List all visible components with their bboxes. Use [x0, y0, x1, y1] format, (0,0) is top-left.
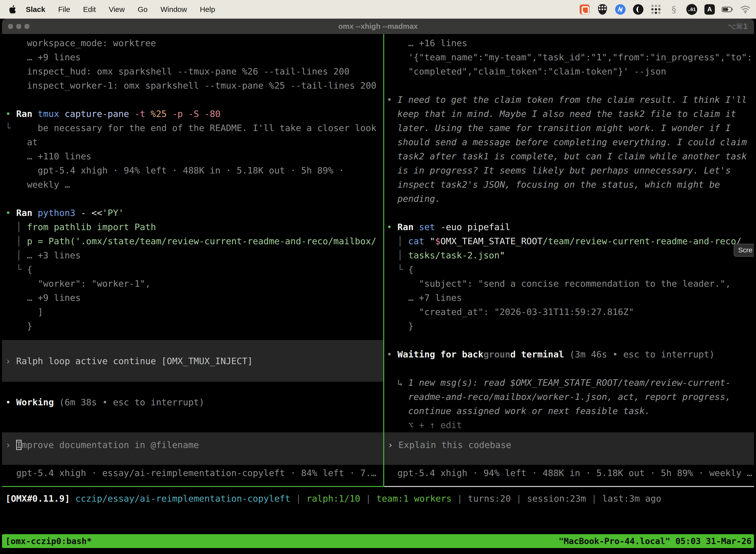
- menu-item-window[interactable]: Window: [154, 5, 193, 14]
- terminal-line: [387, 362, 754, 376]
- left-pane-statusline: gpt-5.4 xhigh · essay/ai-reimplementatio…: [5, 466, 383, 480]
- dots-grid-icon[interactable]: [650, 4, 662, 15]
- terminal-line: later. Using the same for transition mig…: [387, 121, 754, 135]
- prompt-input-right-text: › Explain this codebase: [388, 438, 754, 452]
- terminal-window: omx --xhigh --madmax ⌥⌘1 workspace_mode:…: [2, 19, 754, 554]
- terminal-line: workspace_mode: worktree: [5, 36, 383, 50]
- terminal-line: │ p = Path('.omx/state/team/review-curre…: [5, 234, 383, 248]
- menu-bar: SlackFileEditViewGoWindowHelp § ..61 A: [0, 0, 756, 19]
- terminal-line: gpt-5.4 xhigh · 94% left · 488K in · 5.1…: [387, 466, 754, 480]
- terminal-line: gpt-5.4 xhigh · essay/ai-reimplementatio…: [5, 466, 383, 480]
- terminal-line: › Ralph loop active continue [OMX_TMUX_I…: [5, 354, 253, 368]
- terminal-line: '{"team_name":"my-team","task_id":"1","f…: [387, 50, 754, 64]
- terminal-line: │ … +3 lines: [5, 248, 383, 262]
- terminal-line: • Ran tmux capture-pane -t %25 -p -S -80: [5, 107, 383, 121]
- terminal-line: at: [5, 135, 383, 149]
- ralph-loop-banner: › Ralph loop active continue [OMX_TMUX_I…: [2, 340, 383, 382]
- crescent-app-icon[interactable]: [632, 4, 644, 15]
- shield-grid-icon[interactable]: [597, 4, 608, 15]
- terminal-line: pending.: [387, 191, 754, 206]
- chat-app-icon[interactable]: [579, 4, 590, 15]
- menubar-status-icons: § ..61 A: [579, 0, 751, 19]
- terminal-line: "subject": "send a concise recommendatio…: [387, 277, 754, 291]
- menu-item-view[interactable]: View: [102, 5, 131, 14]
- terminal-line: › Improve documentation in @filename: [5, 438, 383, 452]
- terminal-line: [387, 333, 754, 347]
- right-pane-output: … +16 lines '{"team_name":"my-team","tas…: [384, 36, 754, 432]
- terminal-line: "worker": "worker-1",: [5, 277, 383, 291]
- a-key-label: A: [704, 4, 715, 15]
- terminal-line: │ tasks/task-2.json": [387, 248, 754, 262]
- terminal-line: … +110 lines: [5, 149, 383, 163]
- prompt-input-right[interactable]: › Explain this codebase: [384, 432, 754, 465]
- terminal-line: inspect task2's JSON, focusing on the st…: [387, 177, 754, 191]
- pane-divider-bottom-right: [384, 486, 754, 487]
- terminal-line: • I need to get the claim token from the…: [387, 93, 754, 107]
- counter-badge-label: ..61: [686, 4, 697, 15]
- pane-divider-vertical[interactable]: [383, 34, 384, 487]
- terminal-line: │ cat "$OMX_TEAM_STATE_ROOT/team/review-…: [387, 234, 754, 248]
- terminal-line: weekly …: [5, 177, 383, 191]
- menu-item-file[interactable]: File: [52, 5, 76, 14]
- omx-status-line: [OMX#0.11.9] cczip/essay/ai-reimplementa…: [5, 491, 750, 506]
- tmux-session-label: [omx-cczip0:bash*: [5, 534, 92, 548]
- terminal-line: }: [387, 319, 754, 333]
- terminal-line: └ {: [387, 262, 754, 277]
- window-title: omx --xhigh --madmax: [2, 19, 754, 34]
- terminal-line: "created_at": "2026-03-31T11:59:27.816Z": [387, 305, 754, 319]
- ralph-loop-banner-text: › Ralph loop active continue [OMX_TMUX_I…: [5, 354, 253, 368]
- blue-badge-icon[interactable]: [615, 4, 626, 15]
- right-terminal-pane[interactable]: … +16 lines '{"team_name":"my-team","tas…: [384, 34, 754, 487]
- terminal-line: • Ran python3 - <<'PY': [5, 206, 383, 220]
- terminal-line: [5, 191, 383, 206]
- tmux-status-bar: [omx-cczip0:bash* "MacBook-Pro-44.local"…: [2, 534, 754, 548]
- menu-item-help[interactable]: Help: [193, 5, 222, 14]
- terminal-line: … +9 lines: [5, 50, 383, 64]
- counter-badge-icon[interactable]: ..61: [686, 4, 697, 15]
- terminal-line: … +16 lines: [387, 36, 754, 50]
- apple-logo-icon[interactable]: [9, 5, 17, 14]
- terminal-line: keep that in mind. Maybe I also need the…: [387, 107, 754, 121]
- menu-item-slack[interactable]: Slack: [19, 5, 52, 14]
- squiggle-icon[interactable]: §: [668, 4, 680, 15]
- terminal-line: › Explain this codebase: [388, 438, 754, 452]
- terminal-line: [387, 206, 754, 220]
- terminal-line: ↳ 1 new msg(s): read $OMX_TEAM_STATE_ROO…: [387, 376, 754, 390]
- prompt-input-left-text: › Improve documentation in @filename: [5, 438, 383, 452]
- terminal-line: readme-and-reco/mailbox/worker-1.json, a…: [387, 390, 754, 404]
- tmux-host-clock-label: "MacBook-Pro-44.local" 05:03 31-Mar-26: [559, 534, 752, 548]
- terminal-line: }: [5, 319, 383, 333]
- terminal-line: • Ran set -euo pipefail: [387, 220, 754, 234]
- left-pane-output: workspace_mode: worktree … +9 lines insp…: [2, 36, 383, 333]
- terminal-line: [5, 93, 383, 107]
- terminal-line: task2 after task1 is complete, but can I…: [387, 149, 754, 163]
- terminal-line: │ from pathlib import Path: [5, 220, 383, 234]
- terminal-line: … +7 lines: [387, 291, 754, 305]
- window-shortcut-hint: ⌥⌘1: [728, 19, 748, 34]
- terminal-line: should send a message before completing …: [387, 135, 754, 149]
- terminal-line: ]: [5, 305, 383, 319]
- right-pane-statusline: gpt-5.4 xhigh · 94% left · 488K in · 5.1…: [387, 466, 754, 480]
- screen-tooltip: Scre: [734, 244, 754, 257]
- terminal-line: "completed","claim_token":"claim-token"}…: [387, 64, 754, 78]
- terminal-line: … +9 lines: [5, 291, 383, 305]
- wifi-icon[interactable]: [740, 4, 751, 15]
- terminal-line: continue assigned work or next feasible …: [387, 404, 754, 418]
- terminal-line: inspect_worker-1: omx sparkshell --tmux-…: [5, 78, 383, 93]
- screen-tooltip-label: Scre: [738, 246, 753, 254]
- terminal-line: • Working (6m 38s • esc to interrupt): [5, 395, 383, 409]
- terminal-line: ⌥ + ↑ edit: [387, 418, 754, 432]
- left-terminal-pane[interactable]: workspace_mode: worktree … +9 lines insp…: [2, 34, 383, 487]
- menu-items: SlackFileEditViewGoWindowHelp: [19, 5, 222, 14]
- terminal-line: [OMX#0.11.9] cczip/essay/ai-reimplementa…: [5, 491, 750, 506]
- menu-item-go[interactable]: Go: [131, 5, 154, 14]
- window-titlebar[interactable]: omx --xhigh --madmax ⌥⌘1: [2, 19, 754, 34]
- prompt-input-left[interactable]: › Improve documentation in @filename: [2, 432, 383, 465]
- pane-divider-bottom-left: [2, 486, 383, 487]
- terminal-line: is in progress? It seems likely but perh…: [387, 163, 754, 177]
- terminal-line: inspect_hud: omx sparkshell --tmux-pane …: [5, 64, 383, 78]
- battery-icon[interactable]: [722, 4, 733, 15]
- menu-item-edit[interactable]: Edit: [77, 5, 103, 14]
- a-key-icon[interactable]: A: [704, 4, 715, 15]
- terminal-line: └ be necessary for the end of the README…: [5, 121, 383, 135]
